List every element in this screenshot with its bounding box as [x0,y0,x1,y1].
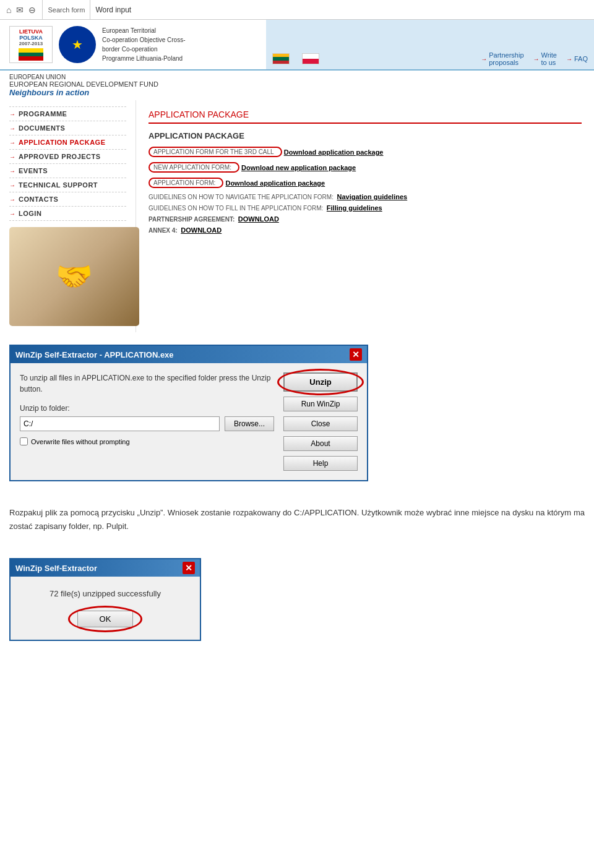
winzip-titlebar-2: WinZip Self-Extractor ✕ [11,559,200,577]
partnership-proposals-link[interactable]: → Partnershipproposals [481,51,523,66]
winzip-section-2: WinZip Self-Extractor ✕ 72 file(s) unzip… [0,552,594,660]
sidebar-item-events[interactable]: → EVENTS [9,164,126,178]
overwrite-checkbox[interactable] [20,437,28,445]
sidebar-item-approved-projects[interactable]: → APPROVED PROJECTS [9,150,126,164]
winzip-about-button[interactable]: About [283,436,358,451]
winzip-title-2: WinZip Self-Extractor [15,564,97,573]
faq-link[interactable]: → FAQ [566,51,588,66]
winzip-ok-button[interactable]: OK [77,611,134,627]
description-text: Rozpakuj plik za pomocą przycisku „Unzip… [9,506,585,533]
filling-guidelines-link[interactable]: Filling guidelines [327,204,382,212]
winzip-title-1: WinZip Self-Extractor - APPLICATION.exe [15,350,174,359]
sidebar-item-login[interactable]: → LOGIN [9,207,126,221]
sidebar-item-label: CONTACTS [19,196,58,203]
winzip-titlebar-1: WinZip Self-Extractor - APPLICATION.exe … [11,346,367,363]
email-icon[interactable]: ✉ [16,5,24,15]
download-link-3[interactable]: Download application package [225,179,325,187]
guideline-navigate-row: GUIDELINES ON HOW TO NAVIGATE THE APPLIC… [148,193,582,200]
home-icon[interactable]: ⌂ [6,5,11,15]
arrow-icon: → [9,153,15,160]
winzip-section-1: WinZip Self-Extractor - APPLICATION.exe … [0,332,594,494]
description-section: Rozpakuj plik za pomocą przycisku „Unzip… [0,494,594,552]
partnership-row: PARTNERSHIP AGREEMENT: DOWNLOAD [148,215,582,223]
sidebar-item-label: LOGIN [19,210,41,217]
header: LIETUVA POLSKA 2007-2013 ★ European Terr… [0,20,594,71]
subheader: EUROPEAN UNION European Regional Develop… [0,71,594,100]
main-layout: → PROGRAMME → DOCUMENTS → APPLICATION PA… [0,100,594,332]
download-link-2[interactable]: Download new application package [241,164,356,171]
top-bar: ⌂ ✉ ⊖ Search form [0,0,594,20]
arrow-icon: → [9,139,15,146]
winzip-folder-input[interactable] [20,416,220,431]
sidebar-item-label: DOCUMENTS [19,124,65,132]
winzip-close-button-1[interactable]: ✕ [350,348,362,361]
write-to-us-link[interactable]: → Writeto us [533,51,557,66]
winzip-right-panel: Unzip Run WinZip Close About Help [283,372,358,471]
sidebar-item-documents[interactable]: → DOCUMENTS [9,121,126,135]
sidebar-item-technical-support[interactable]: → TECHNICAL SUPPORT [9,178,126,192]
hand-image: 🤝 [9,227,139,326]
row-label-2: NEW APPLICATION FORM: [153,164,231,171]
unzip-btn-wrap: Unzip [283,372,358,392]
row-label-1: APPLICATION FORM FOR THE 3RD CALL [153,148,274,155]
header-nav: → Partnershipproposals → Writeto us → FA… [266,20,594,69]
navigation-guidelines-link[interactable]: Navigation guidelines [337,193,408,200]
winzip-folder-input-row: Browse... [20,416,274,431]
sidebar-item-programme[interactable]: → PROGRAMME [9,106,126,121]
winzip-close-button-2[interactable]: ✕ [183,562,195,574]
download-link-1[interactable]: Download application package [284,148,384,156]
winzip-dialog-1: WinZip Self-Extractor - APPLICATION.exe … [9,345,368,481]
winzip-checkbox-row: Overwrite files without prompting [20,437,274,445]
neighbours-text: Neighbours in action [9,88,585,97]
content-area: APPLICATION PACKAGE APPLICATION PACKAGE … [136,100,594,332]
winzip-success-text: 72 file(s) unzipped successfully [20,589,191,598]
sidebar-item-label: PROGRAMME [19,110,67,118]
flag-lithuania[interactable] [272,53,290,64]
arrow-icon: → [9,182,15,189]
partnership-download-link[interactable]: DOWNLOAD [238,215,279,223]
winzip-close-btn[interactable]: Close [283,416,358,431]
arrow-icon: → [9,111,15,118]
winzip-browse-button[interactable]: Browse... [225,416,274,431]
search-label: Search form [43,0,90,19]
search-input[interactable] [90,0,594,19]
winzip-left-panel: To unzip all files in APPLICATION.exe to… [20,372,274,471]
header-org-text: European Territorial Co-operation Object… [102,26,186,63]
arrow-icon: → [9,168,15,174]
arrow-icon: → [9,210,15,217]
sidebar-item-contacts[interactable]: → CONTACTS [9,192,126,207]
annex-row: ANNEX 4: DOWNLOAD [148,226,582,234]
annex-download-link[interactable]: DOWNLOAD [181,226,222,234]
winzip-help-button[interactable]: Help [283,456,358,471]
flag-poland[interactable] [302,53,319,64]
header-left: LIETUVA POLSKA 2007-2013 ★ European Terr… [0,20,266,69]
arrow-icon: → [9,125,15,132]
application-form-row: APPLICATION FORM: Download application p… [148,178,582,188]
header-nav-links: → Partnershipproposals → Writeto us → FA… [481,51,588,66]
section-title: APPLICATION PACKAGE [148,110,582,124]
winzip-unzip-button[interactable]: Unzip [283,372,358,392]
hand-decoration: 🤝 [9,227,139,326]
sidebar: → PROGRAMME → DOCUMENTS → APPLICATION PA… [0,100,136,332]
eu-logo: ★ [59,26,96,63]
row-label-3: APPLICATION FORM: [153,179,215,186]
winzip-dialog-2: WinZip Self-Extractor ✕ 72 file(s) unzip… [9,558,201,641]
winzip-description: To unzip all files in APPLICATION.exe to… [20,372,274,395]
ok-btn-wrap: OK [77,611,134,627]
arrow-icon: → [9,196,15,203]
winzip-folder-label: Unzip to folder: [20,404,274,413]
sidebar-item-application-package[interactable]: → APPLICATION PACKAGE [9,135,126,150]
application-form-3rd-call-row: APPLICATION FORM FOR THE 3RD CALL Downlo… [148,147,582,157]
header-nav-top [266,20,594,25]
oval-label-3: APPLICATION FORM: [148,178,223,188]
new-application-form-row: NEW APPLICATION FORM: Download new appli… [148,162,582,173]
guideline-fill-row: GUIDELINES ON HOW TO FILL IN THE APPLICA… [148,204,582,212]
eu-text: EUROPEAN UNION [9,74,585,80]
erdf-text: European Regional Development Fund [9,80,585,88]
content-subtitle: APPLICATION PACKAGE [148,131,582,140]
print-icon[interactable]: ⊖ [28,5,36,15]
winzip-runwinzip-button[interactable]: Run WinZip [283,397,358,411]
sidebar-item-label: APPROVED PROJECTS [19,153,101,160]
header-nav-bottom: → Partnershipproposals → Writeto us → FA… [266,48,594,69]
oval-label-2: NEW APPLICATION FORM: [148,162,239,173]
